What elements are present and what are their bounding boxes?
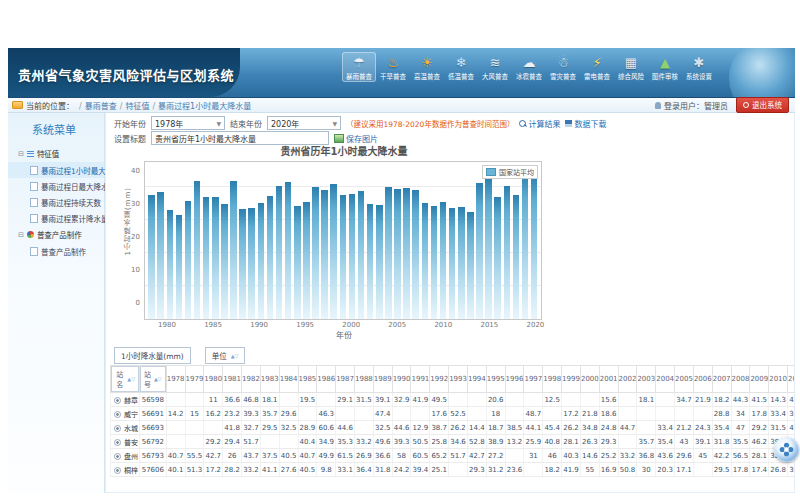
end-year-select[interactable]: 2020年 ▼ [267, 116, 341, 130]
column-header-year: 1998 [543, 366, 562, 393]
unit-filter-box[interactable]: 单位 ▲▽ [205, 347, 246, 364]
save-image-button[interactable]: 保存图片 [334, 133, 378, 144]
value-cell: 38.9 [486, 435, 505, 449]
calculate-button[interactable]: 计算结果 [519, 118, 560, 129]
value-cell [354, 407, 373, 421]
sidebar-group[interactable]: ⊟普查产品制作 [8, 226, 104, 243]
value-cell: 23.6 [505, 463, 524, 477]
value-cell: 35.4 [712, 421, 731, 435]
radio-button[interactable] [114, 467, 121, 474]
x-tick-label: 2000 [342, 321, 360, 329]
value-cell: 29.1 [336, 393, 355, 407]
value-cell: 43 [675, 435, 694, 449]
bar-slot [311, 162, 320, 319]
value-cell: 38.5 [505, 421, 524, 435]
sidebar-item[interactable]: 普查产品制作 [8, 243, 104, 259]
nav-item-hail-survey[interactable]: ☁冰雹普查 [512, 52, 546, 82]
sort-header-station-id[interactable]: 站号▲▽ [140, 366, 166, 392]
sidebar-item[interactable]: 暴雨过程累计降水量 [8, 210, 104, 226]
value-cell: 43.7 [242, 449, 261, 463]
nav-item-label: 系统设置 [683, 71, 714, 80]
nav-item-drought-survey[interactable]: ♨干旱普查 [376, 52, 410, 82]
logout-button[interactable]: 退出系统 [736, 97, 789, 113]
measure-filter-box[interactable]: 1小时降水量(mm) [114, 347, 191, 364]
value-cell: 34.6 [449, 435, 468, 449]
breadcrumb-label: 当前的位置： [26, 100, 74, 111]
nav-item-snow-survey[interactable]: ☃雪灾普查 [546, 52, 580, 82]
value-cell: 32.5 [373, 421, 392, 435]
value-cell: 35.5 [731, 435, 750, 449]
nav-item-gale-survey[interactable]: ≋大风普查 [478, 52, 512, 82]
column-header-year: 1980 [204, 366, 223, 393]
value-cell: 29.2 [750, 421, 769, 435]
value-cell [166, 421, 185, 435]
value-cell: 35.4 [656, 435, 675, 449]
value-cell: 30 [637, 463, 656, 477]
nav-item-system-settings[interactable]: ✱系统设置 [682, 52, 716, 82]
bar [203, 197, 210, 319]
nav-item-high-temp-survey[interactable]: ☀高温普查 [410, 52, 444, 82]
bar [157, 192, 164, 319]
value-cell: 27.2 [486, 449, 505, 463]
nav-item-comprehensive-risk[interactable]: ▦综合风险 [614, 52, 648, 82]
radio-button[interactable] [114, 453, 121, 460]
sidebar-item[interactable]: 暴雨过程1小时最大降水量 [8, 162, 104, 178]
breadcrumb-item[interactable]: 暴雨普查 [85, 102, 117, 111]
column-header-year: 1984 [279, 366, 298, 393]
nav-item-label: 大风普查 [479, 71, 510, 80]
sort-header-station[interactable]: 站名▲▽ [111, 366, 139, 392]
value-cell: 21.2 [675, 421, 694, 435]
bar [248, 208, 255, 319]
value-cell: 26.3 [580, 435, 599, 449]
bar-slot [275, 162, 284, 319]
breadcrumb-item[interactable]: 特征值 [125, 102, 149, 111]
value-cell: 18.2 [543, 463, 562, 477]
radio-button[interactable] [114, 439, 121, 446]
bar-slot [393, 162, 402, 319]
column-header-year: 2009 [750, 366, 769, 393]
station-id-cell: 56691 [140, 407, 167, 421]
value-cell: 14.4 [467, 421, 486, 435]
table-controls: 1小时降水量(mm) 单位 ▲▽ [114, 347, 245, 364]
bar [321, 190, 328, 319]
value-cell: 44.6 [336, 421, 355, 435]
radio-button[interactable] [114, 397, 121, 404]
sidebar-item[interactable]: 暴雨过程日最大降水量 [8, 178, 104, 194]
bar-slot [265, 162, 274, 319]
sidebar-item[interactable]: 暴雨过程持续天数 [8, 194, 104, 210]
bar-slot [183, 162, 192, 319]
value-cell: 12.9 [411, 421, 430, 435]
sidebar-group[interactable]: ⊟特征值 [8, 145, 104, 162]
download-button[interactable]: 数据下载 [565, 118, 606, 129]
value-cell [317, 393, 336, 407]
station-name-cell: 威宁 [111, 407, 140, 421]
breadcrumb: /暴雨普查/特征值/暴雨过程1小时最大降水量 [76, 100, 251, 111]
radio-button[interactable] [114, 411, 121, 418]
value-cell [637, 421, 656, 435]
value-cell: 31.4 [788, 407, 795, 421]
bar [349, 194, 356, 319]
bar [330, 184, 337, 319]
nav-item-lightning-survey[interactable]: ⚡雷电普查 [580, 52, 614, 82]
value-cell: 14.6 [580, 449, 599, 463]
value-cell: 32.9 [392, 393, 411, 407]
bar [221, 204, 228, 319]
value-cell: 31.8 [373, 463, 392, 477]
station-name-cell: 桐梓 [111, 463, 140, 477]
radio-button[interactable] [114, 425, 121, 432]
nav-item-low-temp-survey[interactable]: ❄低温普查 [444, 52, 478, 82]
nav-item-rainstorm-survey[interactable]: ☂暴雨普查 [342, 52, 376, 82]
value-cell: 29.3 [599, 435, 618, 449]
value-cell: 14.2 [166, 407, 185, 421]
value-cell: 43.6 [656, 449, 675, 463]
breadcrumb-item[interactable]: 暴雨过程1小时最大降水量 [158, 102, 251, 111]
bar [285, 182, 292, 319]
bar-slot [284, 162, 293, 319]
floating-widget-button[interactable] [774, 437, 799, 462]
start-year-select[interactable]: 1978年 ▼ [151, 116, 225, 130]
chart-title: 贵州省历年1小时最大降水量 [144, 143, 544, 158]
value-cell [449, 463, 468, 477]
nav-item-map-review[interactable]: ▲图件审核 [648, 52, 682, 82]
station-name: 普安 [124, 439, 138, 447]
column-header-year: 2007 [712, 366, 731, 393]
